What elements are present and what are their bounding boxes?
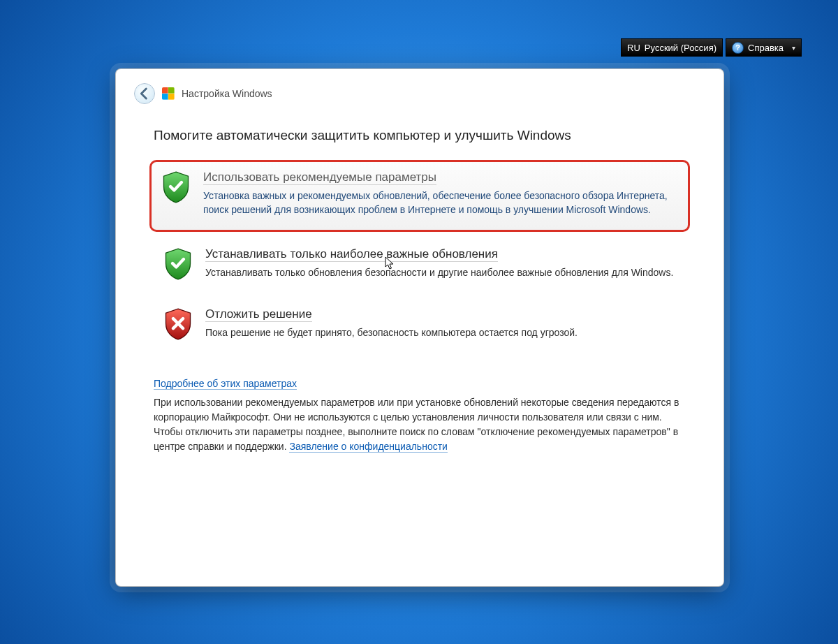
oobe-topbar: RU Русский (Россия) ? Справка — [621, 38, 802, 57]
shield-check-icon — [163, 247, 193, 281]
window-body: Помогите автоматически защитить компьюте… — [116, 108, 723, 468]
option-postpone[interactable]: Отложить решение Пока решение не будет п… — [154, 299, 686, 352]
option-important-text: Устанавливать только наиболее важные обн… — [205, 247, 676, 281]
option-important-title: Устанавливать только наиболее важные обн… — [205, 247, 498, 262]
back-button[interactable] — [134, 83, 155, 104]
window-title: Настройка Windows — [182, 88, 272, 99]
option-postpone-title: Отложить решение — [205, 307, 312, 322]
option-recommended-text: Использовать рекомендуемые параметры Уст… — [203, 170, 677, 217]
learn-more-link[interactable]: Подробнее об этих параметрах — [154, 378, 297, 390]
help-label: Справка — [748, 43, 784, 53]
windows-flag-icon — [162, 87, 175, 100]
language-indicator[interactable]: RU Русский (Россия) — [621, 38, 723, 57]
shield-check-icon — [161, 170, 191, 204]
option-postpone-desc: Пока решение не будет принято, безопасно… — [205, 325, 676, 339]
option-recommended-title: Использовать рекомендуемые параметры — [203, 170, 436, 185]
option-important-desc: Устанавливать только обновления безопасн… — [205, 265, 676, 279]
window-header: Настройка Windows — [116, 69, 723, 108]
language-label: Русский (Россия) — [645, 43, 716, 53]
option-important-only[interactable]: Устанавливать только наиболее важные обн… — [154, 239, 686, 292]
arrow-left-icon — [135, 84, 154, 103]
shield-x-icon — [163, 307, 193, 341]
help-button[interactable]: ? Справка — [726, 38, 802, 57]
option-recommended-desc: Установка важных и рекомендуемых обновле… — [203, 189, 677, 217]
page-heading: Помогите автоматически защитить компьюте… — [154, 128, 686, 143]
option-postpone-text: Отложить решение Пока решение не будет п… — [205, 307, 676, 341]
footer-info-text: При использовании рекомендуемых параметр… — [154, 395, 686, 454]
privacy-link[interactable]: Заявление о конфиденциальности — [289, 441, 447, 453]
option-recommended[interactable]: Использовать рекомендуемые параметры Уст… — [149, 160, 690, 232]
desktop-background: RU Русский (Россия) ? Справка Настройка … — [0, 0, 838, 644]
help-icon: ? — [732, 42, 744, 54]
setup-window: Настройка Windows Помогите автоматически… — [115, 68, 724, 587]
language-code: RU — [627, 43, 640, 53]
